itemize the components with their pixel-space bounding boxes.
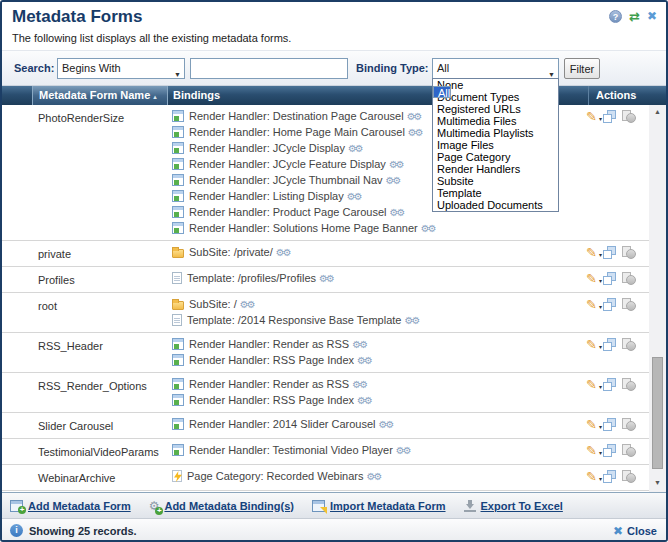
caret-down-icon: ▾ [599,341,602,353]
gears-icon[interactable]: ⚙⚙ [347,191,361,202]
table-row[interactable]: root SubSite: /⚙⚙ Template: /2014 Respon… [2,293,649,333]
binding-text: Template: /profiles/Profiles [187,272,316,284]
gears-icon[interactable]: ⚙⚙ [348,143,362,154]
scroll-up-icon[interactable]: ▲ [649,105,666,119]
filter-button[interactable]: Filter [564,58,600,79]
delete-icon[interactable] [622,470,636,483]
gears-icon[interactable]: ⚙⚙ [421,223,435,234]
binding-type-dropdown-list[interactable]: AllNoneDocument TypesRegistered URLsMult… [432,78,559,212]
gears-icon[interactable]: ⚙⚙ [379,419,393,430]
delete-icon[interactable] [622,444,636,457]
search-label: Search: [14,62,54,74]
caret-down-icon: ▾ [599,421,602,433]
gears-icon[interactable]: ⚙⚙ [240,299,254,310]
delete-icon[interactable] [622,110,636,123]
copy-icon[interactable] [603,338,616,351]
delete-icon[interactable] [622,418,636,431]
gears-icon[interactable]: ⚙⚙ [408,127,422,138]
copy-icon[interactable] [603,246,616,259]
edit-icon[interactable]: ✎▾ [586,378,597,391]
edit-icon[interactable]: ✎▾ [586,418,597,431]
gears-icon[interactable]: ⚙⚙ [357,355,371,366]
copy-icon[interactable] [603,110,616,123]
table-row[interactable]: RSS_Render_Options Render Handler: Rende… [2,373,649,413]
close-button[interactable]: ✖ Close [613,524,657,538]
table-row[interactable]: private SubSite: /private/⚙⚙ ✎▾ [2,241,649,267]
binding-item: Page Category: Recorded Webinars⚙⚙ [172,468,585,484]
gears-icon[interactable]: ⚙⚙ [276,247,290,258]
table-row[interactable]: TestimonialVideoParams Render Handler: T… [2,439,649,465]
scrollbar-thumb[interactable] [652,357,663,469]
search-input[interactable] [190,58,348,79]
binding-text: Render Handler: JCycle Thumbnail Nav [189,174,383,186]
close-icon[interactable]: ✖ [647,10,657,23]
help-icon[interactable]: ? [609,10,622,23]
delete-icon[interactable] [622,338,636,351]
gears-icon[interactable]: ⚙⚙ [407,111,421,122]
edit-icon[interactable]: ✎▾ [586,444,597,457]
gears-icon[interactable]: ⚙⚙ [357,395,371,406]
table-row[interactable]: Slider Carousel Render Handler: 2014 Sli… [2,413,649,439]
dropdown-option[interactable]: Render Handlers [433,163,558,175]
dropdown-option[interactable]: Registered URLs [433,103,558,115]
copy-icon[interactable] [603,418,616,431]
delete-icon[interactable] [622,298,636,311]
add-metadata-binding-link[interactable]: ⚙+ Add Metadata Binding(s) [149,500,294,512]
edit-icon[interactable]: ✎▾ [586,272,597,285]
gears-icon[interactable]: ⚙⚙ [352,339,366,350]
binding-type-select[interactable]: All ▼ [432,58,559,79]
gears-icon[interactable]: ⚙⚙ [389,159,403,170]
copy-icon[interactable] [603,444,616,457]
actions-cell: ✎▾ [585,241,649,266]
binding-text: Render Handler: Listing Display [189,190,344,202]
delete-icon[interactable] [622,272,636,285]
column-header-form-name[interactable]: Metadata Form Name▴ [32,86,168,105]
column-header-actions[interactable]: Actions [588,86,666,105]
gears-icon[interactable]: ⚙⚙ [396,445,410,456]
table-row[interactable]: WebinarArchive Page Category: Recorded W… [2,465,649,491]
dropdown-option[interactable]: Image Files [433,139,558,151]
gears-icon[interactable]: ⚙⚙ [404,315,418,326]
edit-icon[interactable]: ✎▾ [586,246,597,259]
dropdown-option[interactable]: All [433,86,451,98]
edit-icon[interactable]: ✎▾ [586,298,597,311]
gears-icon[interactable]: ⚙⚙ [367,471,381,482]
render-handler-icon [172,126,184,138]
dropdown-option[interactable]: Multimedia Playlists [433,127,558,139]
delete-icon[interactable] [622,246,636,259]
export-to-excel-link[interactable]: Export To Excel [464,500,563,512]
dropdown-option[interactable]: Multimedia Files [433,115,558,127]
edit-icon[interactable]: ✎▾ [586,470,597,483]
delete-icon[interactable] [622,378,636,391]
dropdown-option[interactable]: Document Types [433,91,558,103]
scroll-down-icon[interactable]: ▼ [649,476,666,490]
copy-icon[interactable] [603,378,616,391]
gears-icon[interactable]: ⚙⚙ [386,175,400,186]
form-name-cell: TestimonialVideoParams [2,439,168,464]
vertical-scrollbar[interactable]: ▲ ▼ [649,105,666,492]
copy-icon[interactable] [603,298,616,311]
bindings-cell: Page Category: Recorded Webinars⚙⚙ [168,465,585,490]
binding-type-value: All [437,62,449,74]
edit-icon[interactable]: ✎▾ [586,110,597,123]
import-metadata-form-link[interactable]: Import Metadata Form [312,500,446,512]
binding-text: Render Handler: Testimonial Video Player [189,444,393,456]
dropdown-option[interactable]: None [433,79,558,91]
table-row[interactable]: RSS_Header Render Handler: Render as RSS… [2,333,649,373]
gears-icon[interactable]: ⚙⚙ [319,273,333,284]
table-row[interactable]: Profiles Template: /profiles/Profiles⚙⚙ … [2,267,649,293]
caret-down-icon: ▾ [599,113,602,125]
dropdown-option[interactable]: Subsite [433,175,558,187]
add-metadata-form-link[interactable]: + Add Metadata Form [10,500,131,512]
dropdown-option[interactable]: Template [433,187,558,199]
edit-icon[interactable]: ✎▾ [586,338,597,351]
copy-icon[interactable] [603,470,616,483]
search-match-select[interactable]: Begins With ▼ [57,58,185,79]
header-lead-cell [2,86,32,105]
gears-icon[interactable]: ⚙⚙ [352,379,366,390]
dropdown-option[interactable]: Uploaded Documents [433,199,558,211]
gears-icon[interactable]: ⚙⚙ [390,207,404,218]
dropdown-option[interactable]: Page Category [433,151,558,163]
refresh-icon[interactable]: ⇄ [629,10,640,23]
copy-icon[interactable] [603,272,616,285]
